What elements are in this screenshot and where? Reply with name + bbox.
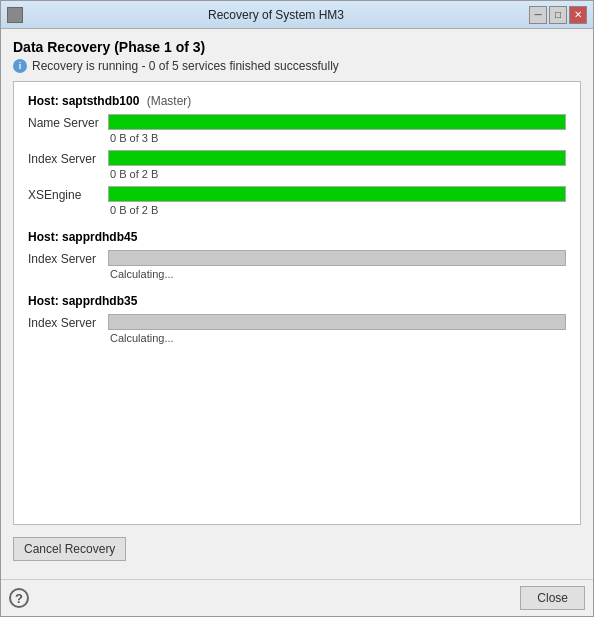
info-icon: i — [13, 59, 27, 73]
progress-bar-index-server-3 — [108, 314, 566, 330]
host-section-3: Host: sapprdhdb35 Index Server Calculati… — [28, 294, 566, 344]
main-window: Recovery of System HM3 ─ □ ✕ Data Recove… — [0, 0, 594, 617]
service-progress-index-server-3: Calculating... — [108, 314, 566, 344]
status-text: Recovery is running - 0 of 5 services fi… — [32, 59, 339, 73]
progress-bar-index-server-1 — [108, 150, 566, 166]
footer-bar: ? Close — [1, 579, 593, 616]
host-section-2: Host: sapprdhdb45 Index Server Calculati… — [28, 230, 566, 280]
host-label: Host: — [28, 94, 62, 108]
host-role-1: (Master) — [143, 94, 191, 108]
status-line: i Recovery is running - 0 of 5 services … — [13, 59, 581, 73]
host-title-1: Host: saptsthdb100 (Master) — [28, 94, 566, 108]
progress-text-index-server-3: Calculating... — [110, 332, 566, 344]
progress-fill-index-server-1 — [109, 151, 565, 165]
titlebar-buttons: ─ □ ✕ — [529, 6, 587, 24]
progress-fill-name-server — [109, 115, 565, 129]
host-name-3: sapprdhdb35 — [62, 294, 137, 308]
service-progress-index-server-1: 0 B of 2 B — [108, 150, 566, 180]
service-progress-index-server-2: Calculating... — [108, 250, 566, 280]
help-button[interactable]: ? — [9, 588, 29, 608]
main-panel: Host: saptsthdb100 (Master) Name Server … — [13, 81, 581, 525]
progress-bar-xsengine — [108, 186, 566, 202]
minimize-button[interactable]: ─ — [529, 6, 547, 24]
cancel-recovery-button[interactable]: Cancel Recovery — [13, 537, 126, 561]
service-row-index-server-1: Index Server 0 B of 2 B — [28, 150, 566, 180]
progress-text-index-server-1: 0 B of 2 B — [110, 168, 566, 180]
header-section: Data Recovery (Phase 1 of 3) i Recovery … — [13, 39, 581, 73]
host-title-3: Host: sapprdhdb35 — [28, 294, 566, 308]
service-label-index-server-2: Index Server — [28, 250, 108, 266]
host-name-2: sapprdhdb45 — [62, 230, 137, 244]
bottom-bar: Cancel Recovery — [13, 533, 581, 565]
service-label-index-server-3: Index Server — [28, 314, 108, 330]
progress-bar-name-server — [108, 114, 566, 130]
service-row-xsengine: XSEngine 0 B of 2 B — [28, 186, 566, 216]
window-content: Data Recovery (Phase 1 of 3) i Recovery … — [1, 29, 593, 579]
service-row-index-server-3: Index Server Calculating... — [28, 314, 566, 344]
host-name-1: saptsthdb100 — [62, 94, 139, 108]
progress-text-name-server: 0 B of 3 B — [110, 132, 566, 144]
service-label-index-server-1: Index Server — [28, 150, 108, 166]
maximize-button[interactable]: □ — [549, 6, 567, 24]
close-button[interactable]: Close — [520, 586, 585, 610]
progress-fill-xsengine — [109, 187, 565, 201]
close-window-button[interactable]: ✕ — [569, 6, 587, 24]
window-icon — [7, 7, 23, 23]
service-row-name-server: Name Server 0 B of 3 B — [28, 114, 566, 144]
service-progress-xsengine: 0 B of 2 B — [108, 186, 566, 216]
titlebar: Recovery of System HM3 ─ □ ✕ — [1, 1, 593, 29]
progress-text-index-server-2: Calculating... — [110, 268, 566, 280]
host-title-2: Host: sapprdhdb45 — [28, 230, 566, 244]
host-label-2: Host: — [28, 230, 62, 244]
service-progress-name-server: 0 B of 3 B — [108, 114, 566, 144]
service-row-index-server-2: Index Server Calculating... — [28, 250, 566, 280]
progress-text-xsengine: 0 B of 2 B — [110, 204, 566, 216]
phase-title: Data Recovery (Phase 1 of 3) — [13, 39, 581, 55]
service-label-xsengine: XSEngine — [28, 186, 108, 202]
host-section-1: Host: saptsthdb100 (Master) Name Server … — [28, 94, 566, 216]
progress-bar-index-server-2 — [108, 250, 566, 266]
host-label-3: Host: — [28, 294, 62, 308]
window-title: Recovery of System HM3 — [23, 8, 529, 22]
service-label-name-server: Name Server — [28, 114, 108, 130]
